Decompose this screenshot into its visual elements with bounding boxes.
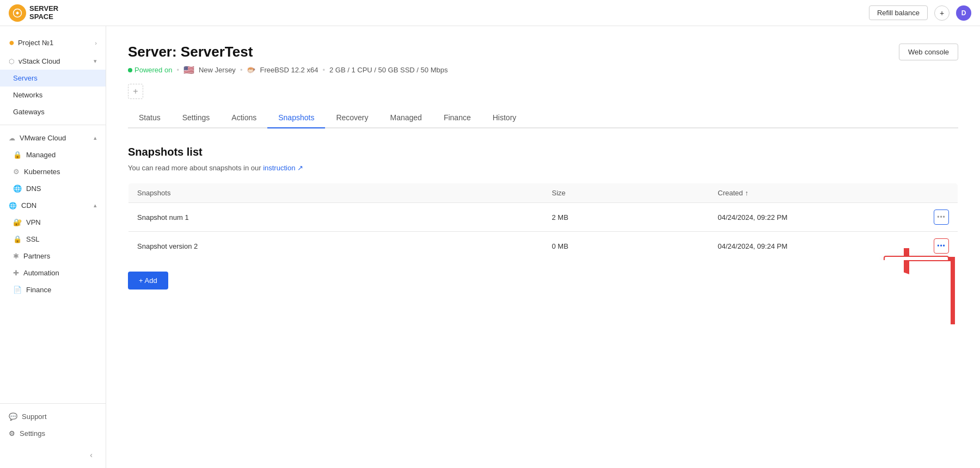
kubernetes-icon: ⚙ bbox=[13, 168, 20, 176]
main-content: Server: ServerTest Powered on • 🇺🇸 New J… bbox=[106, 26, 980, 468]
logo: SERVERSPACE bbox=[9, 4, 58, 22]
three-dot-button[interactable]: ••• bbox=[934, 210, 949, 225]
server-title: Server: ServerTest bbox=[128, 44, 448, 60]
add-tag-button[interactable]: + bbox=[128, 84, 143, 99]
os-icon: 🐡 bbox=[247, 66, 255, 74]
sidebar-item-partners[interactable]: ✱ Partners bbox=[0, 248, 106, 264]
sidebar-item-servers[interactable]: Servers bbox=[0, 70, 106, 87]
managed-icon: 🔒 bbox=[13, 151, 22, 159]
finance-label: Finance bbox=[26, 286, 51, 294]
powered-dot-icon bbox=[128, 68, 132, 72]
snapshots-table: Snapshots Size Created ↑ Snapshot num 1 … bbox=[128, 183, 958, 261]
snapshot-size: 2 MB bbox=[543, 203, 709, 232]
sidebar-item-ssl[interactable]: 🔒 SSL bbox=[0, 231, 106, 248]
region-flag-icon: 🇺🇸 bbox=[183, 65, 194, 75]
snapshot-actions-cell: ••• Restore Delete bbox=[916, 232, 958, 261]
tab-history[interactable]: History bbox=[482, 108, 528, 128]
sidebar-divider-1 bbox=[0, 125, 106, 125]
settings-label: Settings bbox=[20, 429, 45, 438]
tab-finance[interactable]: Finance bbox=[433, 108, 482, 128]
finance-icon: 📄 bbox=[13, 286, 22, 294]
vstack-icon: ⬡ bbox=[9, 58, 14, 65]
snapshots-section: Snapshots list You can read more about s… bbox=[128, 146, 958, 290]
three-dot-button[interactable]: ••• bbox=[934, 238, 949, 254]
tab-managed[interactable]: Managed bbox=[379, 108, 433, 128]
tab-snapshots[interactable]: Snapshots bbox=[267, 108, 325, 128]
vstack-label: vStack Cloud bbox=[19, 57, 60, 65]
action-cell-wrap: ••• Restore Delete bbox=[925, 238, 949, 254]
table-header: Snapshots Size Created ↑ bbox=[128, 183, 958, 203]
vstack-chevron-icon: ▾ bbox=[94, 58, 97, 65]
sidebar-vstack-section[interactable]: ⬡ vStack Cloud ▾ bbox=[0, 53, 106, 70]
sidebar-item-automation[interactable]: ✚ Automation bbox=[0, 264, 106, 281]
action-cell-wrap: ••• bbox=[925, 210, 949, 225]
sidebar-collapse-button[interactable]: ‹ bbox=[81, 446, 101, 464]
sidebar-item-dns[interactable]: 🌐 DNS bbox=[0, 180, 106, 197]
sidebar-item-managed[interactable]: 🔒 Managed bbox=[0, 146, 106, 163]
vmware-icon: ☁ bbox=[9, 134, 15, 142]
cdn-chevron-icon: ▴ bbox=[94, 202, 97, 209]
snapshot-created: 04/24/2024, 09:22 PM bbox=[709, 203, 916, 232]
dropdown-menu: Restore Delete bbox=[884, 256, 949, 261]
tab-actions[interactable]: Actions bbox=[220, 108, 267, 128]
sidebar-project[interactable]: ● Project №1 › bbox=[0, 33, 106, 53]
sidebar-cdn-section[interactable]: 🌐 CDN ▴ bbox=[0, 197, 106, 214]
table-body: Snapshot num 1 2 MB 04/24/2024, 09:22 PM… bbox=[128, 203, 958, 261]
support-label: Support bbox=[22, 412, 47, 421]
sidebar-item-support[interactable]: 💬 Support bbox=[0, 408, 106, 425]
partners-label: Partners bbox=[23, 252, 50, 260]
dns-label: DNS bbox=[26, 184, 41, 193]
cdn-label: CDN bbox=[21, 201, 36, 210]
servers-label: Servers bbox=[13, 74, 38, 82]
sidebar-item-vpn[interactable]: 🔐 VPN bbox=[0, 214, 106, 231]
sidebar-item-finance[interactable]: 📄 Finance bbox=[0, 281, 106, 298]
snapshot-name: Snapshot num 1 bbox=[128, 203, 543, 232]
specs-label: 2 GB / 1 CPU / 50 GB SSD / 50 Mbps bbox=[329, 66, 448, 74]
snapshots-description: You can read more about snapshots in our… bbox=[128, 164, 958, 172]
add-snapshot-button[interactable]: + Add bbox=[128, 272, 168, 290]
snapshot-actions-cell: ••• bbox=[916, 203, 958, 232]
powered-on-status: Powered on bbox=[128, 66, 172, 74]
tab-settings[interactable]: Settings bbox=[171, 108, 221, 128]
three-dot-icon: ••• bbox=[937, 213, 946, 221]
tab-recovery[interactable]: Recovery bbox=[325, 108, 379, 128]
col-header-name: Snapshots bbox=[128, 183, 543, 203]
server-header: Server: ServerTest Powered on • 🇺🇸 New J… bbox=[128, 44, 958, 75]
user-avatar[interactable]: D bbox=[956, 5, 971, 21]
settings-icon: ⚙ bbox=[9, 429, 15, 438]
logo-text: SERVERSPACE bbox=[29, 5, 58, 21]
partners-icon: ✱ bbox=[13, 252, 19, 260]
sidebar-item-gateways[interactable]: Gateways bbox=[0, 103, 106, 120]
sidebar-item-settings[interactable]: ⚙ Settings bbox=[0, 425, 106, 442]
project-label: Project №1 bbox=[18, 39, 53, 47]
kubernetes-label: Kubernetes bbox=[24, 168, 60, 176]
dns-icon: 🌐 bbox=[13, 184, 22, 193]
web-console-button[interactable]: Web console bbox=[899, 44, 958, 60]
server-info: Server: ServerTest Powered on • 🇺🇸 New J… bbox=[128, 44, 448, 75]
project-dot-icon: ● bbox=[9, 37, 15, 48]
sidebar-item-networks[interactable]: Networks bbox=[0, 87, 106, 103]
snapshot-size: 0 MB bbox=[543, 232, 709, 261]
automation-label: Automation bbox=[23, 269, 59, 277]
project-chevron-icon: › bbox=[95, 40, 97, 46]
table-row: Snapshot num 1 2 MB 04/24/2024, 09:22 PM… bbox=[128, 203, 958, 232]
sidebar: ● Project №1 › ⬡ vStack Cloud ▾ Servers … bbox=[0, 26, 106, 468]
automation-icon: ✚ bbox=[13, 269, 19, 277]
tab-status[interactable]: Status bbox=[128, 108, 171, 128]
add-icon-button[interactable]: + bbox=[934, 5, 950, 21]
snapshots-table-wrapper: Snapshots Size Created ↑ Snapshot num 1 … bbox=[128, 183, 958, 261]
instruction-link[interactable]: instruction ↗ bbox=[263, 164, 303, 172]
vpn-icon: 🔐 bbox=[13, 218, 22, 226]
topbar: SERVERSPACE Refill balance + D bbox=[0, 0, 980, 26]
server-meta: Powered on • 🇺🇸 New Jersey • 🐡 FreeBSD 1… bbox=[128, 65, 448, 75]
gateways-label: Gateways bbox=[13, 108, 45, 116]
three-dot-icon: ••• bbox=[937, 242, 946, 250]
refill-balance-button[interactable]: Refill balance bbox=[869, 5, 928, 20]
cdn-icon: 🌐 bbox=[9, 202, 17, 210]
sidebar-item-kubernetes[interactable]: ⚙ Kubernetes bbox=[0, 163, 106, 180]
sidebar-vmware-section[interactable]: ☁ VMware Cloud ▴ bbox=[0, 130, 106, 146]
logo-icon bbox=[9, 4, 26, 22]
restore-menu-item[interactable]: Restore bbox=[885, 257, 948, 261]
ssl-label: SSL bbox=[26, 235, 40, 243]
snapshots-section-title: Snapshots list bbox=[128, 146, 958, 158]
